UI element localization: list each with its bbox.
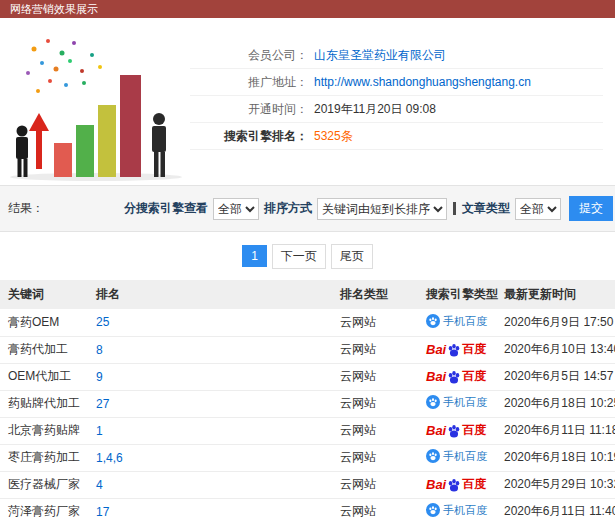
keyword-cell: 枣庄膏药加工 [0,444,88,471]
updated-cell: 2020年6月11日 11:40 [496,498,615,520]
table-header-row: 关键词 排名 排名类型 搜索引擎类型 最新更新时间 [0,280,615,309]
engine-cell: Bai百度 [418,336,496,363]
updated-cell: 2020年6月18日 10:25 [496,390,615,417]
header-rank: 排名 [88,280,332,309]
keyword-cell: 医疗器械厂家 [0,471,88,498]
member-info-section: 会员公司： 山东皇圣堂药业有限公司 推广地址： http://www.shand… [0,18,615,185]
result-label: 结果： [8,200,44,217]
rank-cell: 8 [88,336,332,363]
engine-select[interactable]: 全部 [213,198,259,220]
member-info-panel: 会员公司： 山东皇圣堂药业有限公司 推广地址： http://www.shand… [190,18,615,185]
info-row-open-time: 开通时间： 2019年11月20日 09:08 [190,96,603,123]
company-link[interactable]: 山东皇圣堂药业有限公司 [314,48,446,62]
rank-cell: 1 [88,417,332,444]
open-time-label: 开通时间： [190,101,308,118]
header-updated: 最新更新时间 [496,280,615,309]
rank-link[interactable]: 8 [96,343,103,357]
rank-cell: 9 [88,363,332,390]
rank-link[interactable]: 1 [96,424,103,438]
page-last[interactable]: 尾页 [331,244,373,269]
mobile-baidu-logo: 手机百度 [426,503,487,518]
company-label: 会员公司： [190,47,308,64]
sort-filter-label: 排序方式 [264,200,312,217]
up-arrow-icon [29,113,49,169]
confetti-dots [26,39,102,93]
open-time-value: 2019年11月20日 09:08 [314,101,436,118]
info-row-url: 推广地址： http://www.shandonghuangshengtang.… [190,69,603,96]
businessman-left-figure [16,126,28,178]
rank-type-cell: 云网站 [332,363,418,390]
rank-link[interactable]: 17 [96,505,109,519]
page-next[interactable]: 下一页 [272,244,326,269]
rank-type-cell: 云网站 [332,498,418,520]
table-row: 菏泽膏药厂家17云网站手机百度2020年6月11日 11:40 [0,498,615,520]
baidu-paw-icon [447,370,461,384]
mobile-baidu-logo: 手机百度 [426,449,487,464]
mobile-baidu-icon [426,395,440,409]
rank-cell: 4 [88,471,332,498]
sort-select[interactable]: 关键词由短到长排序 [317,198,447,220]
rank-link[interactable]: 25 [96,315,109,329]
engine-cell: Bai百度 [418,471,496,498]
keyword-cell: 膏药代加工 [0,336,88,363]
engine-cell: 手机百度 [418,309,496,336]
rank-cell: 17 [88,498,332,520]
table-body: 膏药OEM25云网站手机百度2020年6月9日 17:50膏药代加工8云网站Ba… [0,309,615,520]
table-row: OEM代加工9云网站Bai百度2020年6月5日 14:57 [0,363,615,390]
rank-type-cell: 云网站 [332,444,418,471]
page-title: 网络营销效果展示 [10,3,98,15]
bar-chart-bars [54,75,141,177]
updated-cell: 2020年6月5日 14:57 [496,363,615,390]
rank-count-value: 5325条 [314,128,353,145]
updated-cell: 2020年6月9日 17:50 [496,309,615,336]
keyword-cell: 膏药OEM [0,309,88,336]
engine-cell: 手机百度 [418,444,496,471]
keyword-cell: OEM代加工 [0,363,88,390]
info-row-rank-count: 搜索引擎排名： 5325条 [190,123,603,150]
engine-cell: Bai百度 [418,417,496,444]
keyword-rank-table: 关键词 排名 排名类型 搜索引擎类型 最新更新时间 膏药OEM25云网站手机百度… [0,280,615,520]
filter-group: 分搜索引擎查看 全部 排序方式 关键词由短到长排序 文章类型 全部 提交 [124,196,613,221]
article-type-label: 文章类型 [462,200,510,217]
rank-link[interactable]: 9 [96,370,103,384]
submit-button[interactable]: 提交 [569,196,613,221]
rank-link[interactable]: 27 [96,397,109,411]
keyword-cell: 菏泽膏药厂家 [0,498,88,520]
table-row: 枣庄膏药加工1,4,6云网站手机百度2020年6月18日 10:19 [0,444,615,471]
rank-link[interactable]: 1,4,6 [96,451,123,465]
mobile-baidu-logo: 手机百度 [426,395,487,410]
engine-cell: 手机百度 [418,390,496,417]
table-row: 膏药OEM25云网站手机百度2020年6月9日 17:50 [0,309,615,336]
rank-link[interactable]: 4 [96,478,103,492]
mobile-baidu-logo: 手机百度 [426,314,487,329]
engine-cell: Bai百度 [418,363,496,390]
baidu-logo: Bai百度 [426,341,486,358]
updated-cell: 2020年6月10日 13:40 [496,336,615,363]
table-row: 医疗器械厂家4云网站Bai百度2020年5月29日 10:32 [0,471,615,498]
rank-type-cell: 云网站 [332,417,418,444]
table-row: 药贴牌代加工27云网站手机百度2020年6月18日 10:25 [0,390,615,417]
illustration-container [0,18,190,185]
mobile-baidu-icon [426,449,440,463]
article-type-select[interactable]: 全部 [515,198,561,220]
rank-cell: 25 [88,309,332,336]
table-row: 北京膏药贴牌1云网站Bai百度2020年6月11日 11:18 [0,417,615,444]
rank-cell: 1,4,6 [88,444,332,471]
header-engine-type: 搜索引擎类型 [418,280,496,309]
baidu-paw-icon [447,424,461,438]
window-title-bar: 网络营销效果展示 [0,0,615,18]
keyword-cell: 药贴牌代加工 [0,390,88,417]
info-row-company: 会员公司： 山东皇圣堂药业有限公司 [190,42,603,69]
pagination: 1 下一页 尾页 [0,232,615,280]
promo-url-link[interactable]: http://www.shandonghuangshengtang.cn [314,75,531,89]
rank-count-label: 搜索引擎排名： [190,128,308,145]
rank-type-cell: 云网站 [332,309,418,336]
baidu-paw-icon [447,478,461,492]
baidu-logo: Bai百度 [426,368,486,385]
baidu-logo: Bai百度 [426,422,486,439]
updated-cell: 2020年5月29日 10:32 [496,471,615,498]
page-current[interactable]: 1 [242,245,267,267]
marketing-bar-chart-illustration [4,33,186,181]
updated-cell: 2020年6月11日 11:18 [496,417,615,444]
filter-bar: 结果： 分搜索引擎查看 全部 排序方式 关键词由短到长排序 文章类型 全部 提交 [0,185,615,232]
